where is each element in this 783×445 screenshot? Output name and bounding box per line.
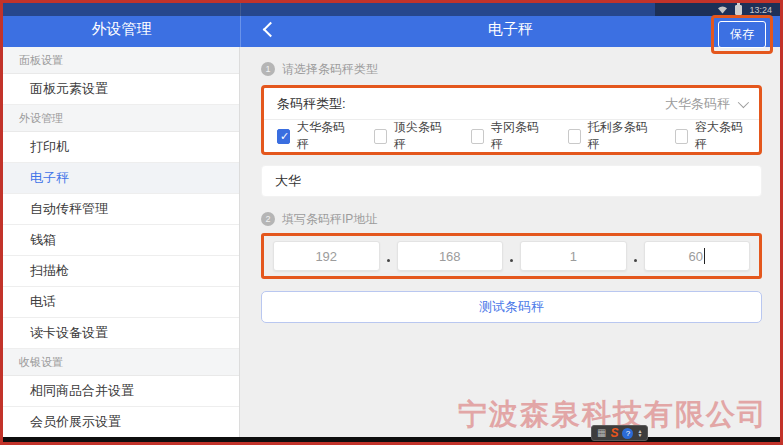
ip-octet-2-input[interactable]: 168 (397, 241, 504, 271)
step2-row: 2 填写条码秤IP地址 (261, 211, 762, 227)
settings-sidebar: 面板设置 面板元素设置 外设管理 打印机 电子秤 自动传秤管理 钱箱 扫描枪 电… (3, 47, 240, 438)
scale-type-label: 条码秤类型: (277, 95, 346, 113)
checkbox-sigang[interactable]: 寺冈条码秤 (471, 119, 542, 153)
sidebar-item-panel-elements[interactable]: 面板元素设置 (3, 74, 239, 105)
scale-type-row: 条码秤类型: 大华条码秤 (264, 88, 759, 120)
scale-settings-panel: 1 请选择条码秤类型 条码秤类型: 大华条码秤 大华条码秤 顶尖条码秤 (241, 47, 780, 438)
text-cursor (704, 248, 705, 264)
status-time: 13:24 (749, 5, 772, 15)
chevron-down-icon (738, 96, 749, 107)
step1-label: 请选择条码秤类型 (282, 61, 378, 78)
app-window: 外设管理 电子秤 保存 13:24 面板设置 面板元素设置 外设管理 打印机 电… (0, 0, 783, 445)
step1-row: 1 请选择条码秤类型 (261, 61, 762, 77)
help-icon[interactable]: ? (622, 428, 633, 439)
checkbox-icon[interactable] (675, 129, 688, 144)
ip-separator-dot (634, 259, 637, 262)
checkbox-icon[interactable] (374, 129, 387, 144)
sidebar-item-scanner[interactable]: 扫描枪 (3, 256, 239, 287)
sidebar-title: 外设管理 (92, 20, 152, 47)
sidebar-item-auto-scale[interactable]: 自动传秤管理 (3, 194, 239, 225)
step1-badge-icon: 1 (261, 62, 275, 76)
wifi-icon (717, 5, 728, 14)
ip-octet-4-input[interactable]: 60 (644, 241, 751, 271)
status-bar: 13:24 (3, 3, 780, 16)
checkbox-icon[interactable] (568, 129, 581, 144)
sidebar-section-cashier: 收银设置 (3, 349, 239, 376)
scale-type-options: 大华条码秤 顶尖条码秤 寺冈条码秤 托利多条码秤 容大条码秤 (264, 120, 759, 152)
sidebar-item-cash-drawer[interactable]: 钱箱 (3, 225, 239, 256)
save-button[interactable]: 保存 (718, 21, 766, 48)
keyboard-icon[interactable]: ▦ (597, 428, 606, 438)
bottom-edge-bar (3, 437, 780, 442)
sidebar-item-card-reader[interactable]: 读卡设备设置 (3, 318, 239, 349)
scale-type-dropdown[interactable]: 大华条码秤 (665, 95, 746, 113)
save-button-highlight: 保存 (711, 15, 773, 54)
step2-badge-icon: 2 (261, 212, 275, 226)
sidebar-section-panel: 面板设置 (3, 47, 239, 74)
checkbox-icon[interactable] (471, 129, 484, 144)
sidebar-item-member-price[interactable]: 会员价展示设置 (3, 407, 239, 438)
ip-separator-dot (510, 259, 513, 262)
checkbox-rongda[interactable]: 容大条码秤 (675, 119, 746, 153)
page-title: 电子秤 (488, 20, 533, 47)
checkbox-checked-icon[interactable] (277, 129, 290, 144)
checkbox-tuoliduo[interactable]: 托利多条码秤 (568, 119, 649, 153)
floating-tool-bar[interactable]: ▦ S ? ▲▼ (591, 425, 648, 441)
sidebar-item-merge-goods[interactable]: 相同商品合并设置 (3, 376, 239, 407)
checkbox-dingjian[interactable]: 顶尖条码秤 (374, 119, 445, 153)
test-scale-button[interactable]: 测试条码秤 (261, 291, 762, 323)
back-icon[interactable] (263, 22, 279, 38)
sidebar-item-scale[interactable]: 电子秤 (3, 163, 239, 194)
scale-type-panel: 条码秤类型: 大华条码秤 大华条码秤 顶尖条码秤 寺冈条码秤 (261, 85, 762, 155)
scale-name-input[interactable] (261, 165, 762, 197)
step2-label: 填写条码秤IP地址 (282, 211, 377, 228)
ip-octet-1-input[interactable]: 192 (273, 241, 380, 271)
scale-type-selected-value: 大华条码秤 (665, 95, 730, 113)
battery-icon (735, 5, 742, 15)
s-logo-icon[interactable]: S (610, 427, 618, 439)
ip-address-group: 192 168 1 60 (261, 233, 762, 279)
ip-separator-dot (387, 259, 390, 262)
collapse-arrows-icon[interactable]: ▲▼ (637, 429, 642, 437)
sidebar-item-printer[interactable]: 打印机 (3, 132, 239, 163)
sidebar-item-phone[interactable]: 电话 (3, 287, 239, 318)
sidebar-section-peripherals: 外设管理 (3, 105, 239, 132)
checkbox-dahua[interactable]: 大华条码秤 (277, 119, 348, 153)
ip-octet-3-input[interactable]: 1 (520, 241, 627, 271)
